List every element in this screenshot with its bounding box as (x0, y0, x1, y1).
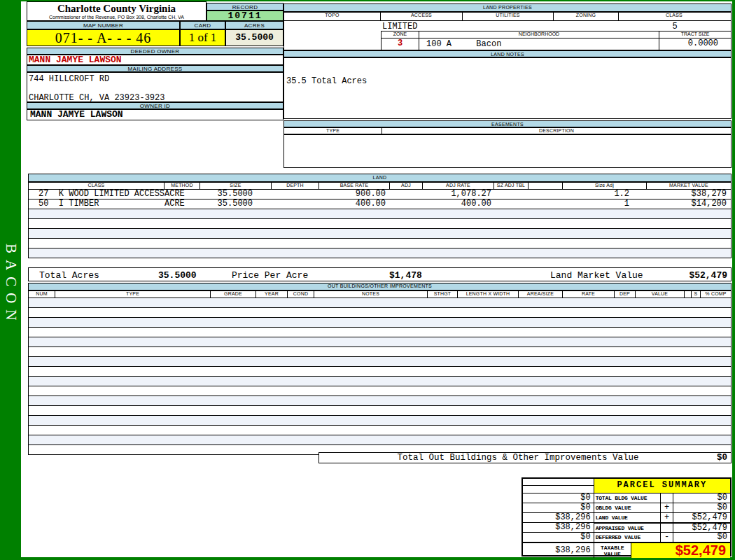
county-title-box: Charlotte County Virginia Commissioner o… (27, 1, 206, 21)
land-properties-section: LAND PROPERTIES TOPO ACCESS UTILITIES ZO… (284, 4, 732, 48)
parcel-summary: PARCEL SUMMARY $0 TOTAL BLDG VALUE $0 $0… (522, 477, 732, 556)
land-cell (390, 190, 423, 199)
column-header: Size Adj (563, 183, 647, 189)
address-line-1: 744 HILLCROFT RD (27, 73, 283, 84)
land-cell: ACRE (164, 190, 200, 199)
column-header: METHOD (164, 183, 200, 189)
column-header (528, 183, 563, 189)
ob-column-header: STHGT (428, 291, 458, 298)
taxable-left-value: $38,296 (523, 542, 594, 558)
land-properties-values: LIMITED 5 ZONE NEIGHBORHOOD TRACT SIZE 3… (284, 21, 732, 50)
empty-table-row (29, 367, 731, 377)
land-cell (528, 200, 563, 209)
ps-value: $0 (673, 532, 730, 542)
ob-total-row: Total Out Buildings & Other Improvements… (318, 452, 732, 463)
ob-column-header: GRADE (211, 291, 256, 298)
ps-label: LAND VALUE (594, 512, 662, 522)
taxable-value-amount: $52,479 (631, 542, 730, 558)
land-cell: 27 K WOOD LIMITED ACCESS (29, 190, 164, 199)
empty-table-row (29, 396, 731, 406)
land-cell (528, 190, 563, 199)
card-value: 1 of 1 (180, 29, 225, 46)
ps-left-value: $38,296 (523, 522, 594, 532)
empty-table-row (29, 298, 731, 308)
empty-table-row (29, 386, 731, 396)
ps-row: $0 TOTAL BLDG VALUE $0 (523, 493, 730, 503)
column-header-access: ACCESS (381, 13, 463, 20)
land-cell (390, 200, 423, 209)
land-note-text: 35.5 Total Acres (284, 58, 731, 86)
empty-table-row (29, 229, 731, 239)
ob-total-value: $0 (717, 453, 731, 463)
ps-value: $52,479 (673, 522, 730, 532)
land-notes-box: 35.5 Total Acres (284, 57, 732, 119)
empty-table-row (29, 347, 731, 357)
acres-label: ACRES (225, 21, 284, 29)
property-record-page: BACON Charlotte County Virginia Commissi… (0, 0, 735, 560)
ps-operator (661, 493, 673, 503)
ob-column-header: YEAR (256, 291, 288, 298)
column-header: CLASS (29, 183, 164, 189)
land-cell: 1,078.27 (423, 190, 494, 199)
column-header: BASE RATE (319, 183, 390, 189)
ob-column-header: % COMP (701, 291, 731, 298)
subtitle: Commissioner of the Revenue, PO Box 308,… (27, 15, 206, 20)
land-market-value-label: Land Market Value (550, 270, 643, 281)
owner-id-value: MANN JAMYE LAWSON (27, 109, 284, 120)
land-cell: ACRE (164, 200, 200, 209)
taxable-value-label: TAXABLE VALUE (594, 542, 631, 558)
column-header-utilities: UTILITIES (463, 13, 554, 20)
ob-column-header: TYPE (55, 291, 211, 298)
empty-table-row (29, 328, 731, 337)
ps-label: APPRAISED VALUE (594, 522, 662, 532)
out-buildings-section: OUT BUILDINGS/OTHER IMPROVEMENTS NUM TYP… (28, 283, 732, 455)
ps-operator (661, 522, 673, 532)
ps-value: $0 (673, 493, 730, 503)
ps-left-value: $0 (523, 503, 594, 512)
easements-box (284, 134, 732, 168)
record-label: RECORD (206, 3, 284, 10)
land-empty-rows (29, 209, 731, 258)
address-line-2: CHARLOTTE CH, VA 23923-3923 (27, 84, 283, 102)
zone-label: ZONE (382, 31, 419, 38)
ob-column-header: S (692, 291, 701, 298)
record-value: 10711 (206, 10, 284, 21)
neighborhood-label: NEIGHBORHOOD (419, 31, 659, 38)
land-cell (494, 190, 528, 199)
parcel-summary-title: PARCEL SUMMARY (594, 479, 730, 493)
ps-left-value: $38,296 (523, 512, 594, 522)
deeded-owner-label: DEEDED OWNER (27, 48, 284, 55)
empty-table-row (29, 318, 731, 328)
ob-column-header: AREA/SIZE (519, 291, 563, 298)
land-row: 50 I TIMBER ACRE 35.5000 400.00 400.00 1… (29, 200, 731, 209)
ps-operator: + (661, 512, 673, 522)
ob-column-header: NUM (29, 291, 55, 298)
empty-table-row (29, 416, 731, 426)
price-per-acre-label: Price Per Acre (232, 270, 308, 281)
ps-operator: + (661, 503, 673, 512)
land-cell: 35.5000 (200, 190, 272, 199)
access-value: LIMITED (382, 22, 417, 31)
ob-column-header: NOTES (314, 291, 428, 298)
land-cell: 400.00 (319, 200, 390, 209)
out-buildings-header: OUT BUILDINGS/OTHER IMPROVEMENTS (28, 283, 732, 290)
land-cell (494, 200, 528, 209)
card-label: CARD (180, 21, 225, 29)
map-number-value: 071- - A- - - 46 (27, 29, 180, 46)
empty-table-row (29, 248, 731, 258)
ps-left-value: $0 (523, 532, 594, 542)
map-number-label: MAP NUMBER (27, 21, 180, 29)
empty-table-row (29, 337, 731, 347)
ob-column-header: RATE (563, 291, 615, 298)
land-cell: $38,279 (647, 190, 729, 199)
column-header: ADJ RATE (423, 183, 494, 189)
column-header: ADJ (390, 183, 423, 189)
ps-label: OBLDG VALUE (594, 503, 662, 512)
column-header-class: CLASS (619, 13, 729, 20)
land-row: 27 K WOOD LIMITED ACCESS ACRE 35.5000 90… (29, 190, 731, 200)
ps-row: $38,296 APPRAISED VALUE $52,479 (523, 522, 730, 532)
land-cell: 35.5000 (200, 200, 272, 209)
ob-column-header: LENGTH X WIDTH (458, 291, 519, 298)
land-cell (272, 200, 319, 209)
column-header: SZ ADJ TBL (494, 183, 528, 189)
